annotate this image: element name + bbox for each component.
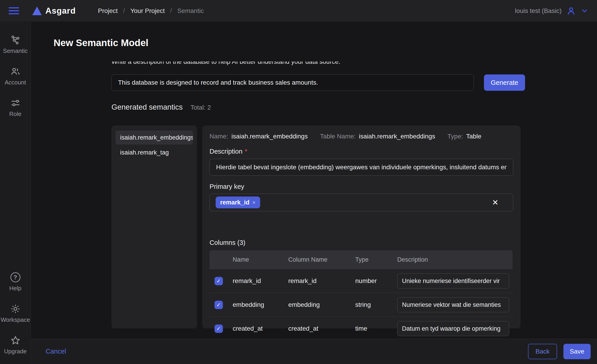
sidebar-label-help: Help [9, 285, 21, 292]
sidebar-item-account[interactable]: Account [0, 66, 31, 86]
left-sidebar: Semantic Account Role ? Help [0, 22, 31, 364]
description-label: Description* [210, 148, 247, 155]
sidebar-item-help[interactable]: ? Help [0, 272, 31, 292]
db-description-input[interactable] [111, 74, 474, 91]
columns-count-label: Columns (3) [210, 239, 245, 247]
row-checkbox[interactable]: ✓ [214, 301, 223, 309]
sidebar-item-upgrade[interactable]: Upgrade [0, 335, 31, 355]
sidebar-item-role[interactable]: Role [0, 98, 31, 117]
header-column-name: Column Name [283, 256, 350, 263]
role-sliders-icon [10, 98, 21, 108]
table-description-input[interactable] [210, 159, 513, 176]
main-content: New Semantic Model Write a description o… [31, 22, 597, 364]
header-name: Name [228, 256, 283, 263]
table-row: ✓ remark_id remark_id number [210, 269, 512, 293]
cell-column-name: embedding [283, 301, 350, 308]
generated-semantics-title: Generated semantics [111, 103, 183, 111]
list-item-remark-embeddings[interactable]: isaiah.remark_embeddings [116, 131, 193, 145]
required-asterisk: * [245, 148, 247, 155]
sidebar-label-role: Role [9, 110, 21, 117]
cell-column-name: created_at [283, 325, 350, 332]
columns-table: Name Column Name Type Description ✓ rema… [210, 250, 512, 341]
generate-button[interactable]: Generate [484, 74, 525, 91]
cell-type: number [350, 277, 392, 285]
column-description-input[interactable] [397, 297, 509, 312]
upgrade-star-icon [10, 335, 21, 346]
semantic-detail-panel: Name: isaiah.remark_embeddings Table Nam… [202, 125, 520, 328]
clear-primary-key-icon[interactable]: ✕ [492, 199, 499, 206]
breadcrumb-your-project[interactable]: Your Project [130, 7, 165, 15]
cell-name: created_at [228, 325, 283, 332]
cell-column-name: remark_id [283, 277, 350, 285]
name-value: isaiah.remark_embeddings [231, 133, 307, 140]
save-button[interactable]: Save [563, 344, 591, 359]
columns-table-header: Name Column Name Type Description [210, 250, 512, 269]
sidebar-item-workspace[interactable]: Workspace [0, 304, 31, 323]
type-value: Table [466, 133, 481, 140]
user-plan-label: louis test (Basic) [515, 7, 562, 15]
account-users-icon [10, 66, 21, 77]
cell-type: time [350, 325, 392, 332]
type-label: Type: [448, 133, 463, 140]
breadcrumb-project[interactable]: Project [98, 7, 118, 15]
table-row: ✓ created_at created_at time [210, 317, 512, 341]
total-count: Total: 2 [190, 104, 211, 111]
tables-list-panel: isaiah.remark_embeddings isaiah.remark_t… [111, 125, 197, 328]
page-title: New Semantic Model [54, 38, 149, 48]
row-checkbox[interactable]: ✓ [214, 277, 223, 285]
table-name-value: isaiah.remark_embeddings [359, 133, 435, 140]
db-description-instruction: Write a description of the database to h… [111, 62, 475, 66]
chevron-down-icon[interactable] [581, 7, 588, 15]
back-button[interactable]: Back [528, 344, 557, 359]
semantic-graph-icon [10, 35, 21, 45]
sidebar-label-account: Account [5, 79, 26, 86]
list-item-remark-tag[interactable]: isaiah.remark_tag [116, 146, 193, 160]
sidebar-label-workspace: Workspace [1, 316, 30, 323]
primary-key-chip: remark_id × [216, 196, 260, 208]
cancel-link[interactable]: Cancel [46, 348, 66, 355]
breadcrumb-separator: / [170, 7, 172, 14]
column-description-input[interactable] [397, 321, 509, 336]
table-name-label: Table Name: [320, 133, 356, 140]
workspace-gear-icon [10, 304, 21, 314]
top-header: Asgard Project / Your Project / Semantic… [0, 0, 597, 22]
user-avatar-icon[interactable] [566, 6, 576, 15]
help-icon: ? [10, 272, 21, 283]
primary-key-field[interactable]: remark_id × ✕ [210, 194, 513, 211]
primary-key-label: Primary key [210, 183, 244, 190]
table-row: ✓ embedding embedding string [210, 293, 512, 317]
menu-icon[interactable] [9, 7, 19, 14]
cell-name: remark_id [228, 277, 283, 285]
cell-type: string [350, 301, 392, 308]
header-type: Type [350, 256, 392, 263]
sidebar-label-semantic: Semantic [3, 47, 27, 54]
breadcrumb: Project / Your Project / Semantic [98, 7, 204, 15]
brand-logo[interactable]: Asgard [32, 6, 76, 16]
sidebar-label-upgrade: Upgrade [4, 348, 27, 355]
logo-triangle-icon [32, 7, 42, 15]
name-label: Name: [210, 133, 228, 140]
header-description: Description [392, 256, 512, 263]
column-description-input[interactable] [397, 273, 509, 288]
chip-remove-icon[interactable]: × [252, 200, 256, 205]
footer-bar: Cancel Back Save [31, 339, 597, 364]
sidebar-item-semantic[interactable]: Semantic [0, 35, 31, 54]
brand-name: Asgard [45, 6, 76, 16]
breadcrumb-separator: / [123, 7, 125, 14]
breadcrumb-semantic: Semantic [177, 7, 204, 15]
cell-name: embedding [228, 301, 283, 308]
row-checkbox[interactable]: ✓ [214, 325, 223, 333]
